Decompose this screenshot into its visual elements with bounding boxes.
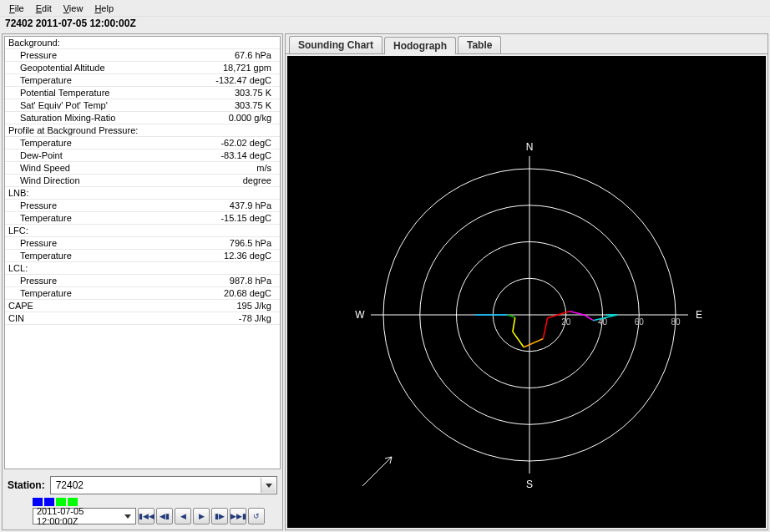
svg-line-25 <box>362 457 392 486</box>
station-label: Station: <box>8 479 45 491</box>
param-label: CAPE <box>8 301 185 311</box>
last-button[interactable]: ▶▶▮ <box>230 508 246 524</box>
param-label: Pressure <box>20 238 185 248</box>
param-value: -62.02 degC <box>185 138 276 148</box>
time-field[interactable]: 2011-07-05 12:00:00Z <box>33 508 136 524</box>
svg-line-18 <box>524 338 543 347</box>
param-value: 303.75 K <box>185 100 276 110</box>
svg-text:W: W <box>355 309 365 321</box>
station-value: 72402 <box>56 479 84 491</box>
param-value: 796.5 hPa <box>185 238 276 248</box>
menubar: File Edit View Help <box>0 0 770 17</box>
menu-file[interactable]: File <box>3 2 30 15</box>
param-label: Temperature <box>20 75 185 85</box>
tab-hodograph[interactable]: Hodograph <box>384 37 456 54</box>
svg-text:N: N <box>526 141 534 153</box>
param-value: 303.75 K <box>185 88 276 98</box>
play-back-button[interactable]: ◀ <box>175 508 191 524</box>
param-label: Wind Direction <box>20 175 185 185</box>
play-button[interactable]: ▶ <box>193 508 210 524</box>
param-value: 437.9 hPa <box>185 200 276 210</box>
left-panel: Background: Pressure67.6 hPa Geopotentia… <box>2 33 283 530</box>
prev-button[interactable]: ◀▮ <box>156 508 173 524</box>
tab-table[interactable]: Table <box>458 36 501 53</box>
loop-button[interactable]: ↺ <box>248 508 265 524</box>
window-title: 72402 2011-07-05 12:00:00Z <box>0 17 770 32</box>
svg-line-21 <box>570 312 585 315</box>
tab-bar: Sounding Chart Hodograph Table <box>286 34 767 54</box>
next-button[interactable]: ▮▶ <box>211 508 228 524</box>
svg-text:20: 20 <box>561 317 571 327</box>
svg-line-17 <box>513 332 524 347</box>
section-background: Background: <box>8 38 276 48</box>
svg-text:80: 80 <box>671 317 681 327</box>
param-label: Pressure <box>20 200 185 210</box>
time-legend <box>33 498 282 506</box>
menu-view[interactable]: View <box>58 2 89 15</box>
param-label: CIN <box>8 313 185 323</box>
param-value: 0.000 g/kg <box>185 113 276 123</box>
param-label: Temperature <box>20 138 185 148</box>
param-value: 18,721 gpm <box>185 63 276 73</box>
param-label: Geopotential Altitude <box>20 63 185 73</box>
param-value: 12.36 degC <box>185 251 276 261</box>
param-label: Temperature <box>20 251 185 261</box>
section-lnb: LNB: <box>8 188 276 198</box>
workarea: Background: Pressure67.6 hPa Geopotentia… <box>0 32 770 532</box>
param-label: Pressure <box>20 50 185 60</box>
param-label: Sat' Equiv' Pot' Temp' <box>20 100 185 110</box>
tab-sounding-chart[interactable]: Sounding Chart <box>289 36 382 53</box>
menu-edit[interactable]: Edit <box>30 2 58 15</box>
param-value: -83.14 degC <box>185 150 276 160</box>
section-lcl: LCL: <box>8 263 276 273</box>
first-button[interactable]: ▮◀◀ <box>138 508 155 524</box>
section-lfc: LFC: <box>8 225 276 236</box>
param-value: m/s <box>185 163 276 173</box>
right-panel: Sounding Chart Hodograph Table NSEW20406… <box>285 33 768 530</box>
chevron-down-icon[interactable] <box>123 514 134 519</box>
param-label: Wind Speed <box>20 163 185 173</box>
param-value: 195 J/kg <box>185 301 276 311</box>
param-value: -15.15 degC <box>185 213 276 223</box>
chevron-down-icon[interactable] <box>261 478 276 493</box>
param-value: -78 J/kg <box>185 313 276 323</box>
svg-line-16 <box>513 317 515 332</box>
svg-text:S: S <box>526 479 533 490</box>
svg-line-22 <box>585 315 594 321</box>
param-label: Dew-Point <box>20 150 185 160</box>
svg-text:60: 60 <box>635 317 645 327</box>
param-label: Potential Temperature <box>20 88 185 98</box>
param-label: Saturation Mixing-Ratio <box>20 113 185 123</box>
station-select[interactable]: 72402 <box>50 476 277 494</box>
svg-line-19 <box>543 318 547 339</box>
time-value: 2011-07-05 12:00:00Z <box>37 506 123 526</box>
param-value: 67.6 hPa <box>185 50 276 60</box>
param-label: Pressure <box>20 276 185 286</box>
param-label: Temperature <box>20 213 185 223</box>
param-value: 987.8 hPa <box>185 276 276 286</box>
param-value: -132.47 degC <box>185 75 276 85</box>
menu-help[interactable]: Help <box>89 2 119 15</box>
hodograph-chart[interactable]: NSEW20406080 <box>287 56 766 528</box>
parameters-table: Background: Pressure67.6 hPa Geopotentia… <box>4 36 281 469</box>
svg-text:E: E <box>696 309 702 321</box>
param-value: 20.68 degC <box>185 288 276 298</box>
time-controls: 2011-07-05 12:00:00Z ▮◀◀ ◀▮ ◀ ▶ ▮▶ ▶▶▮ ↺ <box>3 506 282 529</box>
section-profile: Profile at Background Pressure: <box>8 125 276 135</box>
param-value: degree <box>185 175 276 185</box>
param-label: Temperature <box>20 288 185 298</box>
